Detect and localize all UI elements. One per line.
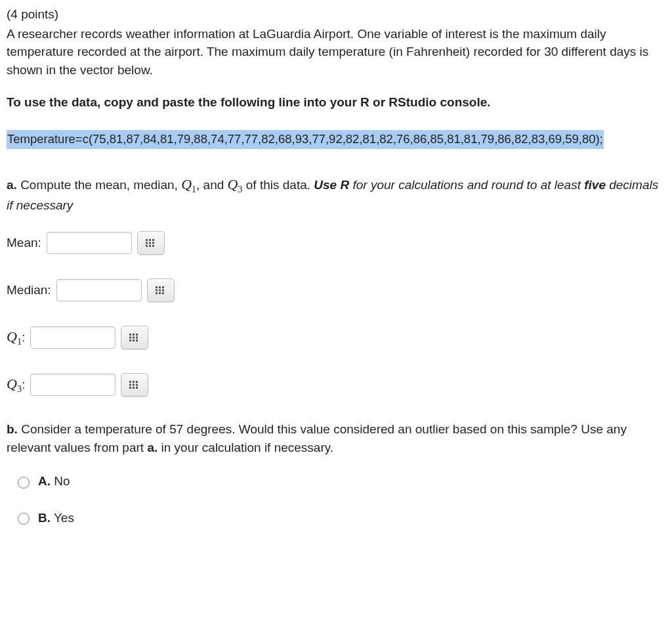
grid-icon [156,286,166,294]
q1-subscript: 1 [192,184,196,194]
part-a-mid: , and [196,178,228,192]
q3-var: Q [7,376,17,392]
q3-label: Q3: [7,374,25,396]
svg-rect-34 [133,387,135,389]
svg-rect-30 [129,384,131,386]
q1-symbol: Q [181,176,192,192]
option-b-row: B. Yes [14,509,665,527]
svg-rect-2 [152,239,154,241]
svg-rect-3 [146,242,148,244]
svg-rect-19 [133,334,135,336]
svg-rect-11 [162,286,164,288]
grid-icon [129,334,140,341]
r-code-line: Temperature=c(75,81,87,84,81,79,88,74,77… [7,130,604,149]
question-prompt: A researcher records weather information… [7,25,665,79]
part-a-text1: Compute the mean, median, [17,178,181,192]
svg-rect-31 [133,384,135,386]
q3-row: Q3: [7,373,665,397]
median-keypad-button[interactable] [147,278,175,302]
svg-rect-25 [133,339,135,341]
option-b-letter: B. [38,511,51,525]
svg-rect-24 [129,339,131,341]
svg-rect-10 [159,286,161,288]
svg-rect-17 [162,292,164,294]
svg-rect-16 [159,292,161,294]
five-text: five [584,178,606,192]
option-b-text: Yes [51,511,74,525]
q3-symbol: Q [228,176,238,192]
q1-colon: : [22,330,25,344]
q3-sub: 3 [17,384,22,394]
svg-rect-0 [146,239,148,241]
option-a-radio[interactable] [18,477,30,489]
grid-icon [129,381,140,389]
mean-row: Mean: [7,231,665,255]
svg-rect-9 [156,286,158,288]
svg-rect-5 [152,242,154,244]
svg-rect-22 [133,337,135,339]
svg-rect-15 [156,292,158,294]
svg-rect-23 [136,337,138,339]
points-label: (4 points) [7,5,665,24]
use-r-text: Use R [314,178,349,192]
option-b-radio[interactable] [18,513,30,525]
q1-sub: 1 [17,337,22,347]
svg-rect-14 [162,290,164,292]
q3-colon: : [22,378,25,391]
q1-var: Q [7,328,17,345]
part-a-prompt: a. Compute the mean, median, Q1, and Q3 … [7,174,665,215]
q3-subscript: 3 [238,184,243,194]
q1-row: Q1: [7,326,665,349]
q1-input[interactable] [30,326,116,349]
option-a-label: A. No [38,472,70,491]
instruction-text: To use the data, copy and paste the foll… [7,93,665,112]
svg-rect-32 [136,384,138,386]
median-row: Median: [7,278,665,302]
svg-rect-27 [129,381,131,383]
svg-rect-7 [149,245,151,247]
svg-rect-4 [149,242,151,244]
q1-label: Q1: [7,326,25,349]
q3-keypad-button[interactable] [121,373,148,397]
svg-rect-29 [136,381,138,383]
part-a-text2: of this data. [243,178,314,192]
svg-rect-35 [136,387,138,389]
median-label: Median: [7,281,51,299]
mean-input[interactable] [47,232,132,254]
svg-rect-20 [136,334,138,336]
svg-rect-33 [129,387,131,389]
part-b-prefix: b. [7,422,18,436]
part-a-prefix: a. [7,178,17,192]
italic-rest: for your calculations and round to at le… [349,178,584,192]
mean-label: Mean: [7,234,41,252]
part-a-ref: a. [147,441,158,454]
mean-keypad-button[interactable] [137,231,165,255]
svg-rect-8 [152,245,154,247]
svg-rect-13 [159,290,161,292]
svg-rect-1 [149,239,151,241]
option-a-text: No [51,474,70,488]
q3-input[interactable] [30,374,116,396]
part-b-text2: in your calculation if necessary. [158,441,333,454]
svg-rect-26 [136,339,138,341]
median-input[interactable] [56,279,142,301]
option-a-letter: A. [38,474,51,488]
svg-rect-18 [129,334,131,336]
grid-icon [146,239,156,247]
option-a-row: A. No [14,472,665,491]
svg-rect-6 [146,245,148,247]
svg-rect-21 [129,337,131,339]
q1-keypad-button[interactable] [121,326,148,349]
option-b-label: B. Yes [38,509,74,527]
svg-rect-12 [156,290,158,292]
part-b-prompt: b. Consider a temperature of 57 degrees.… [7,420,665,456]
svg-rect-28 [133,381,135,383]
